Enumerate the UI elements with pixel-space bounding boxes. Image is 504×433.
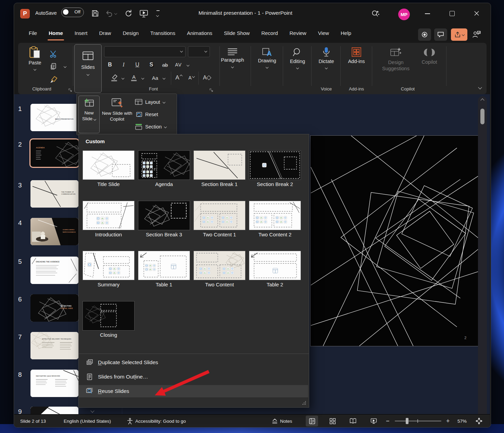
tab-home[interactable]: Home — [43, 24, 69, 43]
customize-qat-chevron-icon[interactable] — [156, 12, 160, 18]
avatar[interactable]: MP — [398, 9, 410, 20]
layout-option-section-break-1[interactable]: Section Break 1 — [192, 151, 247, 187]
format-painter-icon[interactable] — [50, 76, 58, 84]
character-spacing-button[interactable]: AV — [173, 59, 184, 70]
maximize-button[interactable] — [450, 11, 455, 16]
share-button[interactable] — [451, 28, 467, 41]
change-case-button[interactable]: Aa — [150, 72, 160, 83]
layout-option-closing[interactable]: Closing — [81, 301, 136, 338]
paste-button[interactable]: Paste — [25, 46, 45, 86]
undo-icon[interactable] — [105, 10, 113, 18]
font-size-combobox[interactable] — [188, 46, 210, 57]
layout-option-summary[interactable]: Summary — [81, 251, 136, 287]
dictate-button[interactable]: Dictate — [313, 47, 339, 70]
tab-draw[interactable]: Draw — [93, 24, 117, 43]
comments-button[interactable] — [434, 28, 447, 41]
slide-thumbnail-9[interactable] — [30, 407, 78, 414]
copilot-search-icon[interactable] — [371, 9, 380, 18]
layout-option-table-2[interactable]: Table 2 — [247, 251, 303, 287]
tab-view[interactable]: View — [312, 24, 335, 43]
redo-icon[interactable] — [124, 9, 133, 17]
underline-button[interactable]: U — [133, 59, 141, 70]
tab-review[interactable]: Review — [284, 24, 312, 43]
slide-thumbnail-3[interactable]: THE POWER OFCOMMUNICATION — [30, 180, 78, 208]
record-button[interactable] — [418, 28, 431, 41]
layout-option-table-1[interactable]: Table 1 — [136, 251, 192, 287]
font-color-chevron-icon[interactable] — [141, 77, 144, 79]
slides-button[interactable]: Slides — [74, 44, 102, 93]
layout-option-two-content-1[interactable]: Two Content 1 — [192, 201, 247, 237]
scrollbar-thumb[interactable] — [480, 109, 484, 124]
slide-thumbnail-8[interactable]: NAVIGATING Q&A SESSIONS — [30, 370, 78, 397]
scroll-up-icon[interactable] — [480, 98, 484, 102]
tab-insert[interactable]: Insert — [69, 24, 93, 43]
font-dialog-launcher-icon[interactable] — [209, 87, 213, 91]
addins-button[interactable]: Add-ins — [343, 47, 370, 64]
tab-transitions[interactable]: Transitions — [144, 24, 181, 43]
slide-thumbnail-1[interactable]: BASIC PRESENTATION — [30, 104, 78, 131]
text-shadow-button[interactable]: S — [147, 59, 156, 70]
spacing-chevron-icon[interactable] — [187, 64, 189, 66]
accessibility-status[interactable]: Accessibility: Good to go — [127, 415, 186, 428]
cut-icon[interactable] — [50, 50, 57, 58]
normal-view-button[interactable] — [306, 416, 318, 426]
menu-item-slides-from-outline[interactable]: Slides from Outline… — [79, 371, 308, 383]
section-button[interactable]: Section — [135, 121, 175, 132]
highlight-chevron-icon[interactable] — [122, 77, 124, 79]
slide-editing-surface[interactable]: 2 — [310, 135, 479, 346]
close-button[interactable] — [474, 11, 479, 16]
resize-grip-icon[interactable] — [302, 400, 306, 406]
change-case-chevron-icon[interactable] — [163, 77, 165, 79]
presenter-coach-icon[interactable] — [472, 30, 481, 39]
tab-slide-show[interactable]: Slide Show — [218, 24, 255, 43]
save-icon[interactable] — [91, 10, 99, 17]
slide-sorter-view-button[interactable] — [326, 416, 339, 426]
font-color-button[interactable]: A — [130, 72, 138, 83]
copy-dropdown-chevron-icon[interactable] — [64, 65, 66, 68]
slide-thumbnail-7[interactable]: EFFECTIVE DELIVERY TECHNIQUES — [30, 332, 78, 359]
drawing-button[interactable]: A Drawing — [253, 48, 281, 70]
collapse-ribbon-chevron-icon[interactable] — [478, 85, 482, 89]
minimize-button[interactable] — [425, 13, 430, 14]
layout-option-agenda[interactable]: Agenda — [136, 151, 192, 187]
reset-button[interactable]: Reset — [135, 109, 175, 120]
new-slide-button[interactable]: New Slide — [78, 96, 100, 133]
slide-thumbnail-6[interactable]: SELECTINGVISUAL AIDS — [30, 294, 78, 322]
layout-option-section-break-3[interactable]: Section Break 3 — [136, 201, 192, 237]
autosave-toggle[interactable]: Off — [61, 8, 84, 17]
notes-button[interactable]: Notes — [272, 415, 292, 428]
layout-option-introduction[interactable]: Introduction — [81, 201, 136, 237]
tab-record[interactable]: Record — [255, 24, 284, 43]
clear-formatting-button[interactable]: A — [202, 72, 212, 83]
font-name-combobox[interactable] — [104, 46, 186, 57]
slideshow-view-button[interactable] — [367, 416, 380, 426]
tab-file[interactable]: File — [23, 24, 43, 43]
copy-icon[interactable] — [50, 63, 57, 70]
strikethrough-button[interactable]: ab — [160, 59, 170, 70]
undo-dropdown-chevron-icon[interactable] — [114, 12, 117, 15]
tab-design[interactable]: Design — [117, 24, 144, 43]
start-slideshow-icon[interactable] — [139, 9, 148, 18]
language-indicator[interactable]: English (United States) — [64, 415, 111, 428]
increase-font-size-button[interactable]: A — [174, 72, 183, 83]
clipboard-dialog-launcher-icon[interactable] — [68, 87, 72, 91]
zoom-out-button[interactable]: − — [386, 415, 390, 428]
fit-slide-to-window-button[interactable] — [473, 416, 485, 426]
decrease-font-size-button[interactable]: A — [187, 72, 196, 83]
layout-option-title-slide[interactable]: Title Slide — [81, 151, 136, 187]
editing-button[interactable]: Editing — [284, 48, 311, 70]
tab-help[interactable]: Help — [335, 24, 357, 43]
tab-animations[interactable]: Animations — [181, 24, 218, 43]
zoom-slider-thumb[interactable] — [406, 418, 408, 424]
slide-thumbnail-4[interactable]: OVERCOMINGNERVOUSNESS — [30, 218, 78, 245]
highlight-color-button[interactable] — [109, 72, 119, 83]
slide-indicator[interactable]: Slide 2 of 13 — [20, 415, 46, 428]
menu-item-reuse-slides[interactable]: Reuse Slides — [79, 385, 308, 397]
layout-option-section-break-2[interactable]: Section Break 2 — [247, 151, 303, 187]
zoom-level[interactable]: 57% — [457, 415, 467, 428]
slide-thumbnail-5[interactable]: ENGAGING THE AUDIENCE — [30, 257, 78, 284]
vertical-scrollbar[interactable] — [478, 96, 487, 414]
layout-option-two-content[interactable]: Two Content — [192, 251, 247, 287]
reading-view-button[interactable] — [347, 416, 359, 426]
layout-button[interactable]: Layout — [135, 97, 175, 108]
